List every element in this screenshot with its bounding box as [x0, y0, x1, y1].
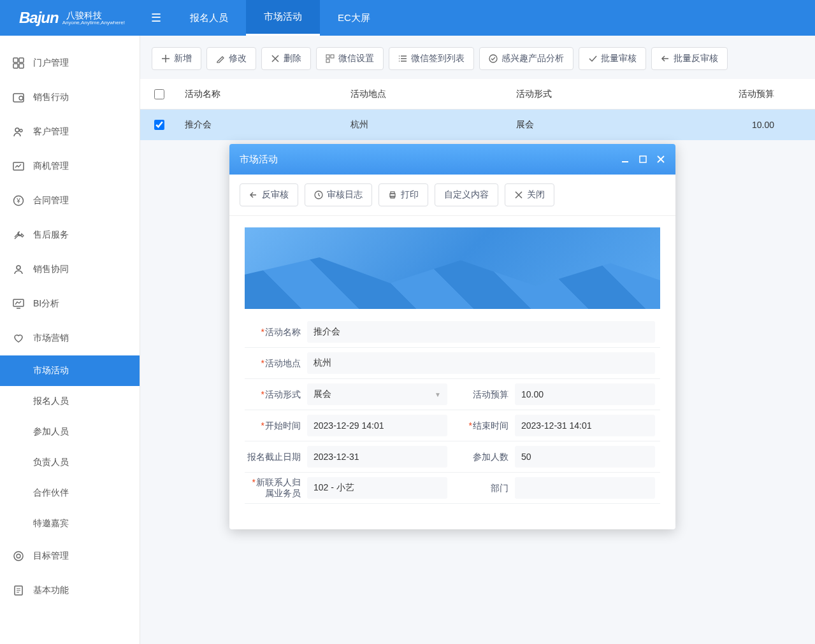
budget-field[interactable]: 10.00 — [515, 383, 655, 405]
logo-sub: 八骏科技 — [66, 11, 125, 20]
sidebar-item-marketing[interactable]: 市场营销 — [0, 321, 140, 355]
print-button[interactable]: 打印 — [379, 183, 428, 206]
col-place: 活动地点 — [344, 89, 510, 100]
label-start: 开始时间 — [265, 420, 301, 431]
sidebar-item-contract[interactable]: ¥ 合同管理 — [0, 183, 140, 218]
sidebar-item-bi[interactable]: BI分析 — [0, 287, 140, 321]
check-circle-icon — [489, 54, 498, 63]
sidebar-item-customer[interactable]: 客户管理 — [0, 115, 140, 149]
wechat-settings-button[interactable]: 微信设置 — [316, 47, 384, 70]
batch-reject-button[interactable]: 批量反审核 — [651, 47, 728, 70]
qr-icon — [326, 54, 335, 63]
banner-image — [245, 227, 660, 309]
col-type: 活动形式 — [510, 89, 675, 100]
label-deadline: 报名截止日期 — [247, 452, 301, 462]
svg-text:¥: ¥ — [16, 197, 20, 204]
edit-button[interactable]: 修改 — [206, 47, 256, 70]
tab-signup-people[interactable]: 报名人员 — [172, 0, 246, 36]
sidebar-label: BI分析 — [33, 298, 59, 310]
interest-analysis-button[interactable]: 感兴趣产品分析 — [479, 47, 573, 70]
col-name: 活动名称 — [178, 89, 344, 100]
sidebar-sub-signup[interactable]: 报名人员 — [0, 386, 140, 417]
select-all-checkbox[interactable] — [154, 89, 164, 99]
cell-type: 展会 — [510, 119, 675, 131]
cell-name: 推介会 — [178, 119, 344, 131]
doc-icon — [13, 585, 24, 596]
sidebar-label: 销售行动 — [33, 92, 69, 103]
target-icon — [13, 550, 24, 562]
sidebar-sub-activity[interactable]: 市场活动 — [0, 355, 140, 386]
sidebar-item-collab[interactable]: 销售协同 — [0, 252, 140, 287]
sidebar-label: 售后服务 — [33, 229, 69, 241]
pencil-icon — [216, 54, 225, 63]
dialog-body: *活动名称 推介会 *活动地点 杭州 *活动形式 展会▼ — [229, 216, 675, 529]
svg-point-7 — [20, 129, 22, 132]
sidebar-label: 销售协同 — [33, 264, 69, 275]
menu-toggle-icon[interactable]: ☰ — [140, 11, 172, 25]
sidebar-label: 门户管理 — [33, 57, 69, 69]
start-field[interactable]: 2023-12-29 14:01 — [307, 415, 447, 436]
svg-point-6 — [15, 128, 19, 132]
type-select[interactable]: 展会▼ — [307, 383, 447, 405]
minimize-icon[interactable] — [621, 155, 630, 164]
sidebar-item-service[interactable]: 售后服务 — [0, 218, 140, 252]
place-field[interactable]: 杭州 — [307, 352, 655, 374]
dialog-toolbar: 反审核 审核日志 打印 自定义内容 关闭 — [229, 175, 675, 216]
sidebar-item-basic[interactable]: 基本功能 — [0, 573, 140, 608]
close-button[interactable]: 关闭 — [505, 183, 554, 206]
sidebar-sub-owner[interactable]: 负责人员 — [0, 447, 140, 478]
wechat-checkin-button[interactable]: 微信签到列表 — [389, 47, 474, 70]
table-row[interactable]: 推介会 杭州 展会 10.00 — [140, 110, 815, 140]
svg-point-13 — [14, 552, 23, 561]
add-button[interactable]: 新增 — [152, 47, 201, 70]
activity-dialog: 市场活动 反审核 审核日志 打印 自定义内容 关闭 *活动名称 — [229, 144, 675, 529]
sidebar-sub-attend[interactable]: 参加人员 — [0, 417, 140, 447]
reject-button[interactable]: 反审核 — [240, 183, 298, 206]
tab-market-activity[interactable]: 市场活动 — [246, 0, 320, 36]
audit-log-button[interactable]: 审核日志 — [305, 183, 372, 206]
plus-icon — [161, 54, 170, 63]
close-icon[interactable] — [656, 155, 665, 164]
sidebar-item-portal[interactable]: 门户管理 — [0, 46, 140, 80]
svg-rect-18 — [326, 59, 329, 62]
maximize-icon[interactable] — [638, 155, 647, 164]
chevron-down-icon: ▼ — [435, 391, 441, 398]
x-icon — [271, 54, 280, 63]
logo-slogan: Anyone,Anytime,Anywhere! — [62, 20, 125, 25]
sidebar-item-business[interactable]: 商机管理 — [0, 149, 140, 183]
clock-icon — [314, 190, 323, 199]
sidebar-item-sales-action[interactable]: 销售行动 — [0, 80, 140, 115]
count-field[interactable]: 50 — [515, 446, 655, 468]
dialog-header[interactable]: 市场活动 — [229, 144, 675, 175]
svg-rect-23 — [391, 192, 394, 194]
label-end: 结束时间 — [473, 420, 508, 431]
list-icon — [398, 54, 407, 63]
sidebar-label: 商机管理 — [33, 161, 69, 172]
svg-point-5 — [19, 96, 23, 100]
svg-rect-4 — [13, 94, 24, 102]
tab-ec-screen[interactable]: EC大屏 — [320, 0, 388, 36]
sidebar: 门户管理 销售行动 客户管理 商机管理 ¥ 合同管理 售后服务 销售协同 BI分 — [0, 36, 140, 644]
delete-button[interactable]: 删除 — [261, 47, 311, 70]
name-field[interactable]: 推介会 — [307, 321, 655, 343]
sidebar-label: 客户管理 — [33, 126, 69, 138]
batch-approve-button[interactable]: 批量审核 — [579, 47, 646, 70]
chart-icon — [13, 161, 24, 172]
custom-content-button[interactable]: 自定义内容 — [435, 183, 498, 206]
sidebar-sub-guest[interactable]: 特邀嘉宾 — [0, 508, 140, 539]
end-field[interactable]: 2023-12-31 14:01 — [515, 415, 655, 436]
printer-icon — [388, 190, 397, 199]
svg-rect-3 — [19, 64, 24, 68]
deadline-field[interactable]: 2023-12-31 — [307, 446, 447, 468]
top-tabs: 报名人员 市场活动 EC大屏 — [172, 0, 388, 36]
dept-field[interactable] — [515, 477, 655, 499]
row-checkbox[interactable] — [154, 120, 164, 130]
owner-field[interactable]: 102 - 小艺 — [307, 477, 447, 499]
activity-table: 活动名称 活动地点 活动形式 活动预算 推介会 杭州 展会 10.00 — [140, 79, 815, 140]
svg-rect-17 — [331, 55, 334, 58]
sidebar-sub-partner[interactable]: 合作伙伴 — [0, 478, 140, 508]
label-dept: 部门 — [491, 483, 508, 493]
sidebar-label: 基本功能 — [33, 585, 69, 596]
cell-budget: 10.00 — [675, 120, 790, 130]
sidebar-item-target[interactable]: 目标管理 — [0, 539, 140, 573]
